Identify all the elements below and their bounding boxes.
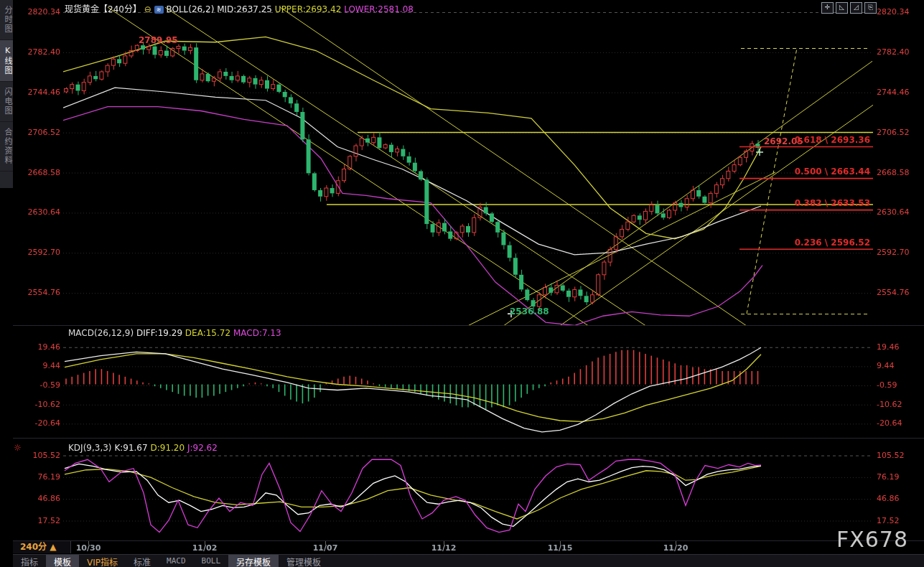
- fib-level-label: 0.500 \ 2663.44: [737, 167, 870, 177]
- chart-canvas[interactable]: [0, 0, 924, 567]
- sidebar-item-kline-chart[interactable]: K线图: [0, 40, 13, 82]
- macd-axis-label-left: -10.62: [14, 400, 60, 409]
- date-label: 11/07: [313, 543, 338, 553]
- macd-value: MACD:7.13: [233, 328, 281, 338]
- main-price-label-right: 2630.64: [877, 208, 910, 217]
- macd-axis-label-right: 19.46: [877, 343, 900, 352]
- macd-axis-label-right: -20.64: [877, 419, 902, 428]
- kdj-axis-label-right: 105.52: [877, 451, 905, 460]
- macd-axis-label-left: 19.46: [14, 343, 60, 352]
- macd-axis-label-left: -0.59: [14, 381, 60, 390]
- kdj-axis-label-right: 76.19: [877, 473, 900, 482]
- main-price-label-left: 2820.34: [14, 8, 60, 17]
- date-label: 11/20: [663, 543, 689, 553]
- kdj-axis-label-right: 46.86: [877, 495, 900, 503]
- main-price-label-left: 2630.64: [14, 208, 60, 217]
- chart-type-icon[interactable]: ≋: [154, 6, 164, 14]
- boll-mid-value: MID:2637.25: [217, 4, 272, 14]
- macd-axis-label-left: 9.44: [14, 362, 60, 370]
- macd-name: MACD(26,12,9): [68, 328, 134, 338]
- symbol-title: 现货黄金【240分】: [65, 4, 141, 14]
- date-label: 11/02: [192, 543, 218, 553]
- main-price-label-left: 2706.52: [14, 128, 60, 137]
- timeframe-label: 240分: [20, 542, 47, 552]
- macd-axis-label-right: -10.62: [877, 400, 902, 409]
- tab-macd[interactable]: MACD: [159, 555, 194, 567]
- swing-high-label: 2789.95: [139, 35, 178, 45]
- fib-level-label: 0.236 \ 2596.52: [737, 238, 870, 248]
- main-price-label-right: 2782.40: [877, 48, 910, 57]
- boll-lower-value: LOWER:2581.08: [344, 4, 414, 14]
- sidebar-item-lightning-chart[interactable]: 闪电图: [0, 82, 13, 122]
- chart-toolbar: ✛ ◺ ◿ ⎘: [821, 2, 877, 14]
- main-price-label-right: 2820.34: [877, 8, 910, 17]
- bottom-tab-bar: 指标 模板 VIP指标 标准 MACD BOLL 另存模板 管理模板: [13, 554, 924, 567]
- scale-right-axis-icon[interactable]: ◿: [850, 2, 862, 14]
- date-label: 11/12: [431, 543, 457, 553]
- kdj-axis-label-right: 17.52: [877, 517, 900, 525]
- tab-indicators[interactable]: 指标: [13, 555, 46, 567]
- main-price-label-left: 2744.46: [14, 88, 60, 97]
- tab-templates[interactable]: 模板: [46, 555, 79, 567]
- trading-terminal: 分时图 K线图 闪电图 合约资料 现货黄金【240分】 ⊖ ≋ BOLL(26,…: [0, 0, 924, 567]
- kdj-k-value: K:91.67: [114, 443, 147, 453]
- kdj-settings-icon[interactable]: ☼: [14, 443, 24, 453]
- date-label: 11/15: [548, 543, 573, 553]
- macd-dea-value: DEA:15.72: [185, 328, 230, 338]
- main-price-label-right: 2668.58: [877, 169, 910, 177]
- sidebar-item-time-chart[interactable]: 分时图: [0, 0, 13, 40]
- macd-axis-label-right: 9.44: [877, 362, 895, 370]
- kdj-panel-header: KDJ(9,3,3) K:91.67 D:91.20 J:92.62: [68, 443, 218, 453]
- swing-low-label: 2536.88: [510, 306, 549, 317]
- move-tool-icon[interactable]: ✛: [821, 2, 834, 14]
- tab-vip-indicators[interactable]: VIP指标: [79, 555, 126, 567]
- kdj-axis-label-left: 46.86: [14, 495, 60, 503]
- kdj-axis-label-left: 17.52: [14, 517, 60, 525]
- tab-boll[interactable]: BOLL: [194, 555, 229, 567]
- main-chart-header: 现货黄金【240分】 ⊖ ≋ BOLL(26,2) MID:2637.25 UP…: [65, 2, 414, 14]
- kdj-axis-label-left: 76.19: [14, 473, 60, 482]
- fib-level-label: 0.382 \ 2633.53: [737, 198, 870, 208]
- fib-level-label: 0.618 \ 2693.36: [737, 135, 870, 145]
- boll-label: BOLL(26,2): [166, 4, 214, 14]
- main-price-label-left: 2592.70: [14, 248, 60, 257]
- collapse-icon[interactable]: ⊖: [144, 4, 151, 14]
- main-price-label-left: 2554.76: [14, 289, 60, 297]
- watermark: FX678: [836, 527, 908, 552]
- window-shift-icon[interactable]: ⎘: [864, 2, 877, 14]
- tab-standard[interactable]: 标准: [126, 555, 159, 567]
- main-price-label-right: 2706.52: [877, 128, 910, 137]
- scale-left-axis-icon[interactable]: ◺: [836, 2, 848, 14]
- macd-diff-value: DIFF:19.29: [136, 328, 182, 338]
- kdj-j-value: J:92.62: [187, 443, 218, 453]
- main-price-label-right: 2554.76: [877, 289, 910, 297]
- main-price-label-right: 2592.70: [877, 248, 910, 257]
- main-price-label-right: 2744.46: [877, 88, 910, 97]
- sidebar-item-contract-info[interactable]: 合约资料: [0, 122, 13, 172]
- timeframe-selector[interactable]: 240分 ▲: [13, 541, 71, 553]
- tab-manage-templates[interactable]: 管理模板: [279, 555, 329, 567]
- macd-axis-label-left: -20.64: [14, 419, 60, 428]
- boll-upper-value: UPPER:2693.42: [275, 4, 341, 14]
- chart-mode-sidebar: 分时图 K线图 闪电图 合约资料: [0, 0, 13, 188]
- macd-panel-header: MACD(26,12,9) DIFF:19.29 DEA:15.72 MACD:…: [68, 328, 281, 338]
- main-price-label-left: 2782.40: [14, 48, 60, 57]
- main-price-label-left: 2668.58: [14, 169, 60, 177]
- kdj-d-value: D:91.20: [150, 443, 185, 453]
- timeframe-arrow-icon: ▲: [50, 542, 56, 552]
- macd-axis-label-right: -0.59: [877, 381, 897, 390]
- date-label: 10/30: [76, 543, 101, 553]
- tab-save-template[interactable]: 另存模板: [228, 555, 279, 567]
- kdj-name: KDJ(9,3,3): [68, 443, 112, 453]
